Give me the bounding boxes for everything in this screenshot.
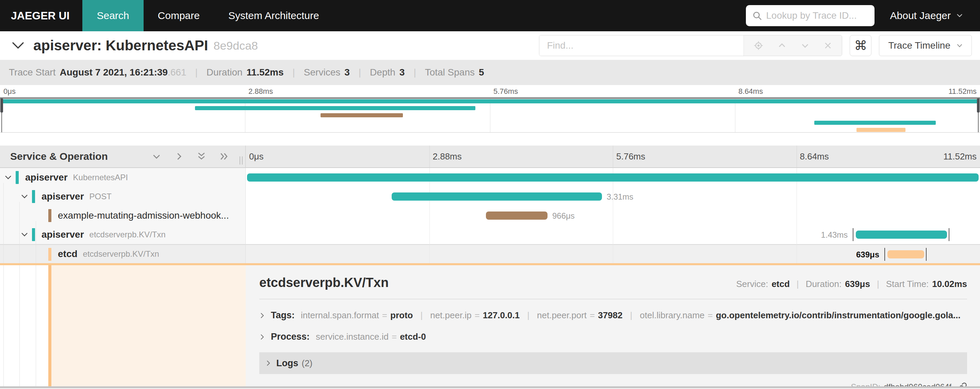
timeline-gridline	[735, 99, 735, 132]
process-label: Process:	[271, 332, 310, 342]
tree-controls	[151, 151, 240, 162]
span-color-bar	[32, 190, 35, 203]
selected-span-tint	[51, 265, 246, 387]
minimap-span-bar	[814, 121, 936, 125]
trace-minimap[interactable]	[0, 97, 980, 133]
tag-value: 37982	[598, 310, 622, 321]
tags-row[interactable]: Tags: internal.span.format=proto|net.pee…	[259, 310, 967, 321]
equals-sign: =	[587, 310, 598, 321]
trace-title: apiserver: KubernetesAPI	[33, 37, 208, 54]
prev-result-icon[interactable]	[770, 41, 794, 50]
spacer	[0, 133, 980, 146]
brand[interactable]: JAEGER UI	[0, 0, 82, 31]
column-resizer[interactable]	[240, 156, 243, 165]
meta-separator: |	[877, 279, 879, 289]
span-bar[interactable]	[392, 192, 601, 201]
detail-meta: Service:etcd|Duration:639μs|Start Time:1…	[736, 279, 967, 289]
span-duration-label: 1.43ms	[821, 231, 848, 239]
detail-meta-label: Start Time:	[886, 279, 929, 289]
chevron-down-icon	[956, 13, 963, 18]
nav-tab-system-architecture[interactable]: System Architecture	[214, 0, 334, 31]
chevron-down-icon[interactable]	[21, 232, 28, 237]
top-nav: JAEGER UI SearchCompareSystem Architectu…	[0, 0, 980, 31]
process-items: service.instance.id=etcd-0	[316, 332, 426, 342]
meta-separator: |	[797, 279, 799, 289]
about-jaeger-label: About Jaeger	[890, 10, 951, 21]
process-row[interactable]: Process: service.instance.id=etcd-0	[259, 332, 967, 342]
find-input[interactable]	[539, 35, 743, 56]
chevron-down-icon	[956, 43, 963, 48]
trace-lookup-input[interactable]	[766, 10, 869, 21]
trace-id-short: 8e9dca8	[214, 39, 258, 52]
span-name-row[interactable]: etcdetcdserverpb.KV/Txn	[0, 244, 245, 263]
span-bar[interactable]	[856, 230, 947, 239]
span-name-row[interactable]: apiserverPOST	[0, 187, 245, 206]
span-edge-tick	[949, 228, 950, 241]
logs-label: Logs	[276, 358, 298, 368]
logs-toggle[interactable]: Logs (2)	[259, 352, 967, 374]
summary-item-label: Total Spans	[425, 67, 475, 78]
expand-one-chevron-right-icon[interactable]	[174, 151, 184, 162]
collapse-one-chevron-down-icon[interactable]	[151, 151, 162, 162]
span-edge-tick	[926, 248, 927, 261]
collapse-trace-chevron-icon[interactable]	[11, 41, 24, 50]
tag-key: otel.library.name	[640, 310, 705, 321]
summary-separator: |	[359, 67, 361, 78]
time-tick-label: 2.88ms	[433, 151, 462, 162]
detail-meta-label: Service:	[736, 279, 768, 289]
about-jaeger-menu[interactable]: About Jaeger	[890, 10, 963, 21]
summary-item-label: Depth	[370, 67, 395, 78]
minimap-scrubber-handle[interactable]	[0, 98, 3, 113]
timeline-gridline	[797, 168, 797, 263]
span-service-name: etcd	[58, 249, 78, 259]
time-tick-label: 8.64ms	[738, 87, 763, 96]
focus-target-icon[interactable]	[746, 40, 770, 51]
time-tick-label: 5.76ms	[493, 87, 518, 96]
keyboard-shortcuts-button[interactable]: ⌘	[850, 35, 872, 56]
nav-tab-compare[interactable]: Compare	[143, 0, 214, 31]
span-detail-panel: etcdserverpb.KV/Txn Service:etcd|Duratio…	[246, 265, 980, 387]
view-selector-button[interactable]: Trace Timeline	[879, 35, 972, 56]
expand-all-double-chevron-right-icon[interactable]	[219, 151, 229, 162]
timeline-gridline	[245, 99, 245, 132]
chevron-right-icon[interactable]	[259, 333, 266, 340]
timeline-ticks-header: 0μs2.88ms5.76ms8.64ms11.52ms	[246, 146, 980, 167]
timeline-gridline	[613, 146, 613, 167]
bottom-scroll-strip[interactable]	[0, 386, 980, 388]
search-icon	[752, 11, 762, 21]
chevron-down-icon[interactable]	[5, 175, 11, 180]
span-bar[interactable]	[888, 250, 924, 259]
equals-sign: =	[472, 310, 483, 321]
service-operation-title: Service & Operation	[10, 151, 108, 162]
span-name-row[interactable]: apiserveretcdserverpb.KV/Txn	[0, 225, 245, 244]
span-bar[interactable]	[247, 173, 978, 182]
timeline-gridline	[430, 146, 430, 167]
detail-meta-value: etcd	[772, 279, 789, 289]
time-tick-label: 11.52ms	[943, 151, 977, 162]
detail-meta-label: Duration:	[806, 279, 842, 289]
summary-item-value: 5	[479, 67, 484, 78]
next-result-icon[interactable]	[794, 41, 817, 50]
clear-search-icon[interactable]	[817, 41, 839, 50]
summary-item-label: Trace Start	[9, 67, 56, 78]
tag-value: etcd-0	[400, 332, 426, 342]
summary-item-label: Duration	[207, 67, 243, 78]
nav-right: About Jaeger	[746, 0, 980, 31]
collapse-all-double-chevron-down-icon[interactable]	[196, 151, 207, 162]
detail-operation-name: etcdserverpb.KV/Txn	[259, 275, 388, 290]
span-name-row[interactable]: example-mutating-admission-webhook...	[0, 206, 245, 225]
tag-key: net.peer.port	[537, 310, 587, 321]
tree-guide-line	[36, 221, 36, 263]
chevron-down-icon[interactable]	[21, 194, 28, 199]
trace-title-bar: apiserver: KubernetesAPI 8e9dca8 ⌘	[0, 31, 980, 60]
timeline-gridline	[430, 168, 430, 263]
time-tick-label: 8.64ms	[800, 151, 829, 162]
chevron-right-icon[interactable]	[259, 312, 266, 319]
span-duration-label: 3.31ms	[607, 193, 633, 201]
span-name-row[interactable]: apiserverKubernetesAPI	[0, 168, 245, 187]
tree-guide-line	[19, 202, 20, 263]
summary-item-value: August 7 2021, 16:21:39	[60, 67, 168, 78]
nav-tab-search[interactable]: Search	[82, 0, 143, 31]
span-bar[interactable]	[486, 211, 547, 220]
minimap-scrubber-handle[interactable]	[977, 98, 980, 113]
